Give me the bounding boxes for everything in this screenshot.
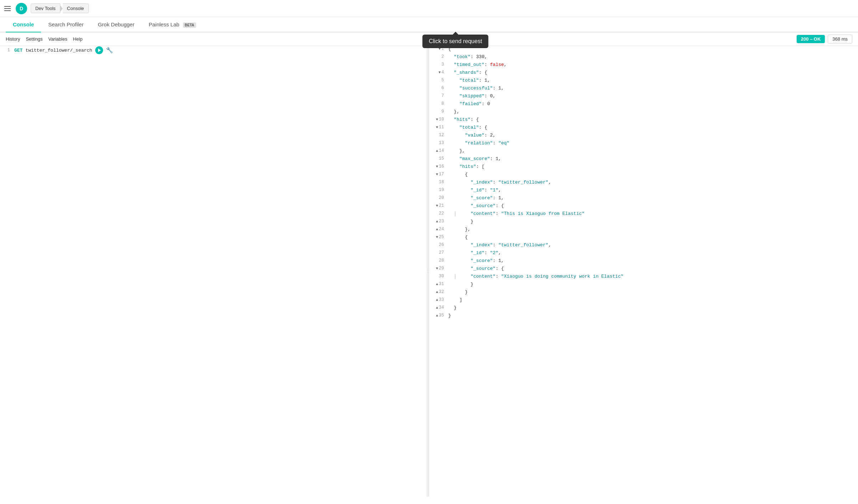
main-content: 1 GET twitter_follower/_search 🔧 ⋮ ▼1{2 … (0, 46, 858, 497)
wrench-icon[interactable]: 🔧 (106, 47, 113, 54)
output-line: 28 "_score": 1, (429, 258, 858, 266)
output-line-number: ▼21 (429, 203, 447, 208)
status-ms-badge: 368 ms (828, 35, 852, 43)
http-method: GET (14, 48, 22, 53)
output-line: ▼21 "_source": { (429, 203, 858, 211)
variables-link[interactable]: Variables (48, 35, 67, 43)
output-line-number: ▼11 (429, 125, 447, 130)
output-line: ▲33 ] (429, 297, 858, 305)
breadcrumb-devtools[interactable]: Dev Tools (31, 4, 60, 13)
output-line-number: ▲34 (429, 305, 447, 310)
output-line-number: ▲31 (429, 282, 447, 287)
breadcrumb-console[interactable]: Console (63, 4, 89, 13)
output-line: ▼10 "hits": { (429, 117, 858, 124)
fold-arrow[interactable]: ▼ (436, 125, 438, 129)
output-line-content: "total": 1, (447, 78, 858, 83)
output-line: 27 "_id": "2", (429, 250, 858, 258)
output-line-content: "_score": 1, (447, 258, 858, 263)
output-line: ▼17 { (429, 171, 858, 179)
beta-badge: BETA (183, 22, 196, 28)
output-line-number: ▲35 (429, 313, 447, 318)
output-line-number: ▲24 (429, 227, 447, 232)
output-line-content: "_score": 1, (447, 195, 858, 201)
tab-search-profiler[interactable]: Search Profiler (41, 17, 91, 32)
fold-arrow[interactable]: ▲ (436, 149, 438, 153)
output-line-content: "value": 2, (447, 133, 858, 138)
line-content-1: GET twitter_follower/_search 🔧 (14, 46, 429, 54)
fold-arrow[interactable]: ▼ (436, 165, 438, 169)
output-line-number: 12 (429, 133, 447, 138)
tab-console[interactable]: Console (6, 17, 41, 32)
tooltip-container: Click to send request (422, 35, 488, 48)
top-bar: D Dev Tools Console (0, 0, 858, 17)
output-line-number: ▼10 (429, 117, 447, 122)
avatar-button[interactable]: D (16, 3, 27, 14)
fold-arrow[interactable]: ▼ (436, 173, 438, 176)
fold-arrow[interactable]: ▼ (436, 235, 438, 239)
divider-handle[interactable]: ⋮ (427, 46, 429, 497)
fold-arrow[interactable]: ▲ (436, 306, 438, 310)
help-link[interactable]: Help (73, 35, 83, 43)
output-line: 2 "took": 330, (429, 54, 858, 62)
output-line-number: 7 (429, 93, 447, 98)
editor-panel: 1 GET twitter_follower/_search 🔧 ⋮ (0, 46, 429, 497)
fold-arrow[interactable]: ▼ (436, 267, 438, 271)
fold-arrow[interactable]: ▲ (436, 220, 438, 223)
output-line-number: 30 (429, 274, 447, 279)
tab-bar: Console Search Profiler Grok Debugger Pa… (0, 17, 858, 32)
output-line: 8 "failed": 0 (429, 101, 858, 109)
fold-arrow[interactable]: ▲ (436, 290, 438, 294)
output-line: 5 "total": 1, (429, 77, 858, 85)
settings-link[interactable]: Settings (26, 35, 42, 43)
output-line: ▲34 } (429, 305, 858, 313)
history-link[interactable]: History (6, 35, 20, 43)
output-line-number: 22 (429, 211, 447, 216)
output-line: 3 "timed_out": false, (429, 62, 858, 70)
tab-painless-lab[interactable]: Painless Lab BETA (142, 17, 203, 32)
output-line-number: 2 (429, 54, 447, 59)
output-line-content: "_id": "1", (447, 187, 858, 193)
output-line-number: ▼16 (429, 164, 447, 169)
hamburger-menu[interactable] (4, 5, 12, 12)
output-line-content: ] (447, 297, 858, 303)
output-line-number: 5 (429, 78, 447, 83)
output-line-number: 9 (429, 109, 447, 114)
output-line: 18 "_index": "twitter_follower", (429, 179, 858, 187)
output-line-content: "skipped": 0, (447, 93, 858, 99)
output-line: 13 "relation": "eq" (429, 140, 858, 148)
output-line: 26 "_index": "twitter_follower", (429, 242, 858, 250)
output-line-content: "hits": [ (447, 164, 858, 169)
output-line-number: ▼17 (429, 172, 447, 177)
output-line-content: "_shards": { (447, 70, 858, 75)
breadcrumb: Dev Tools Console (31, 4, 89, 13)
output-line-number: ▲23 (429, 219, 447, 224)
fold-arrow[interactable]: ▲ (436, 282, 438, 286)
tooltip-box: Click to send request (422, 35, 488, 48)
tab-grok-debugger[interactable]: Grok Debugger (91, 17, 142, 32)
output-line: 30 | "content": "Xiaoguo is doing commun… (429, 273, 858, 281)
fold-arrow[interactable]: ▼ (439, 71, 441, 74)
fold-arrow[interactable]: ▼ (436, 204, 438, 208)
output-line-content: }, (447, 109, 858, 114)
output-line-number: ▲33 (429, 297, 447, 302)
fold-arrow[interactable]: ▼ (436, 118, 438, 122)
run-button[interactable] (95, 46, 103, 54)
output-line-content: "_source": { (447, 266, 858, 271)
output-line: ▼25 { (429, 234, 858, 242)
output-line-content: "_index": "twitter_follower", (447, 242, 858, 248)
output-line: 12 "value": 2, (429, 132, 858, 140)
output-line-content: "took": 330, (447, 54, 858, 60)
fold-arrow[interactable]: ▲ (436, 298, 438, 302)
output-panel: ▼1{2 "took": 330,3 "timed_out": false,▼4… (429, 46, 858, 497)
output-line: 22 | "content": "This is Xiaoguo from El… (429, 211, 858, 218)
line-num-1: 1 (0, 48, 14, 53)
output-line-number: 15 (429, 156, 447, 161)
output-line-content: { (447, 46, 858, 52)
output-line-content: "max_score": 1, (447, 156, 858, 161)
output-line-number: 20 (429, 195, 447, 200)
fold-arrow[interactable]: ▲ (436, 227, 438, 231)
fold-arrow[interactable]: ▲ (436, 314, 438, 318)
output-line: ▲31 } (429, 281, 858, 289)
output-line-number: 6 (429, 86, 447, 91)
request-url[interactable]: twitter_follower/_search (25, 48, 92, 53)
